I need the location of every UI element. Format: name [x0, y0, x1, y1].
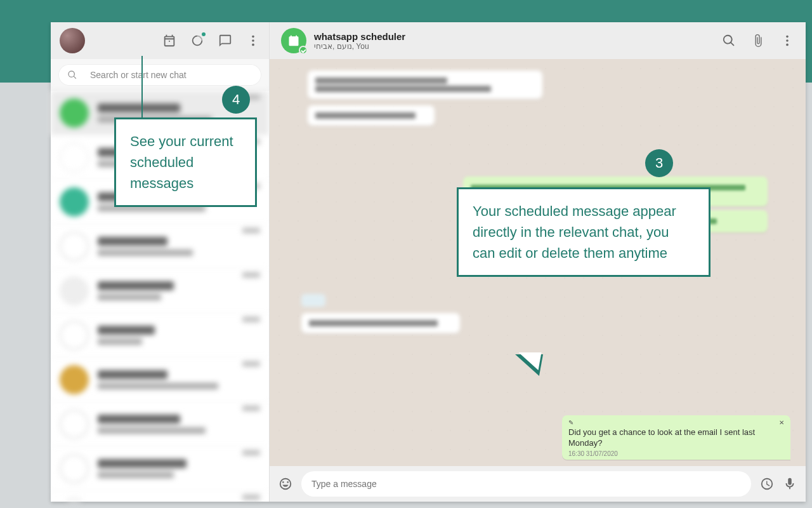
- chat-list-item[interactable]: [51, 491, 269, 502]
- me-avatar[interactable]: [60, 28, 85, 53]
- chat-list-item[interactable]: [51, 224, 269, 269]
- scheduler-calendar-icon[interactable]: [162, 34, 176, 48]
- scheduled-message-text: Did you get a chance to look at the emai…: [568, 427, 784, 449]
- chat-list-item[interactable]: [51, 313, 269, 358]
- edit-scheduled-icon[interactable]: ✎: [568, 419, 573, 426]
- annotation-callout-4: See your current scheduled messages: [114, 117, 257, 207]
- annotation-pointer: [141, 56, 143, 119]
- chat-list-item[interactable]: [51, 269, 269, 313]
- search-input[interactable]: [90, 70, 252, 80]
- incoming-message: [308, 70, 542, 99]
- attach-icon[interactable]: [751, 34, 765, 48]
- chat-subtitle: נועם ,אביחי, You: [314, 42, 405, 51]
- new-chat-icon[interactable]: [218, 34, 232, 48]
- message-input[interactable]: [311, 479, 741, 489]
- chat-search-icon[interactable]: [722, 34, 736, 48]
- chat-list-item[interactable]: [51, 402, 269, 446]
- chat-list-item[interactable]: [51, 358, 269, 402]
- chat-title: whatsapp scheduler: [314, 31, 405, 42]
- svg-point-2: [252, 44, 254, 46]
- scheduled-message-bubble[interactable]: ✎ ✕ Did you get a chance to look at the …: [562, 415, 790, 460]
- incoming-message: [301, 313, 460, 333]
- chat-header: whatsapp scheduler נועם ,אביחי, You: [270, 22, 806, 59]
- svg-point-4: [786, 39, 789, 42]
- schedule-clock-icon[interactable]: [760, 477, 774, 491]
- annotation-badge-4: 4: [222, 86, 250, 114]
- status-icon[interactable]: [190, 34, 204, 48]
- date-separator: [301, 294, 325, 307]
- mic-icon[interactable]: [783, 477, 797, 491]
- chat-menu-icon[interactable]: [780, 34, 794, 48]
- chat-header-avatar[interactable]: [281, 28, 306, 53]
- search-icon: [67, 70, 77, 80]
- sidebar-menu-icon[interactable]: [246, 34, 260, 48]
- chat-list-item[interactable]: [51, 446, 269, 491]
- svg-point-0: [252, 36, 254, 38]
- annotation-badge-3: 3: [645, 149, 673, 177]
- annotation-callout-3: Your scheduled message appear directly i…: [457, 187, 710, 277]
- delete-scheduled-icon[interactable]: ✕: [779, 419, 784, 426]
- svg-point-5: [786, 44, 789, 46]
- svg-point-1: [252, 39, 254, 42]
- composer: [270, 466, 806, 502]
- sidebar-header: [51, 22, 269, 59]
- emoji-icon[interactable]: [278, 477, 292, 491]
- svg-point-3: [786, 36, 789, 38]
- scheduled-message-time: 16:30 31/07/2020: [568, 450, 784, 457]
- incoming-message: [308, 105, 435, 126]
